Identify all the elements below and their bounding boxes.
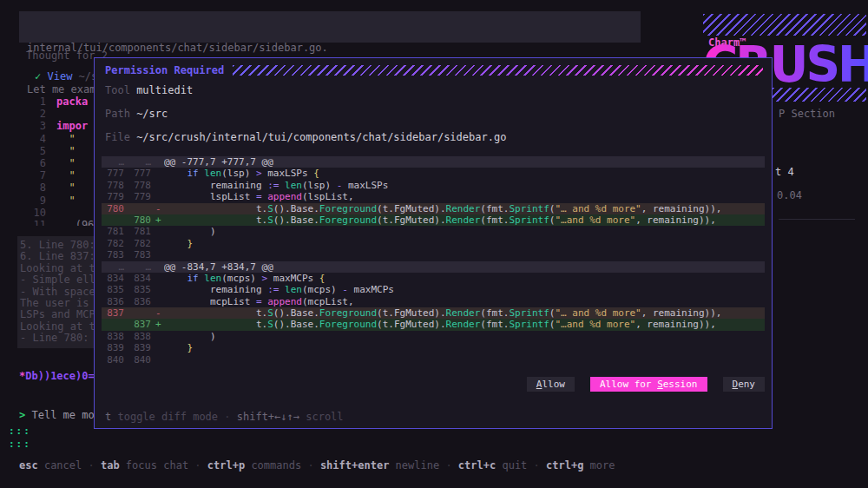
view-tool-label: View [47, 70, 72, 82]
code-line: 1packa [0, 96, 94, 108]
allow-for-session-button[interactable]: Allow for Session [590, 377, 707, 392]
hatch-pattern-top [703, 14, 866, 36]
status-bar: esc cancel · tab focus chat · ctrl+p com… [19, 459, 615, 472]
code-line: 2 [0, 108, 94, 120]
prompt-caret: > [19, 409, 25, 421]
note-line: The user is sp [20, 298, 94, 309]
code-line: 8 " [0, 181, 94, 194]
input-decoration-dots: ::: [9, 440, 31, 449]
note-line: Looking at the [20, 263, 94, 274]
note-line: Looking at the [20, 321, 94, 333]
diff-row: 780+ t.S().Base.Foreground(t.FgMuted).Re… [102, 214, 765, 226]
diff-row: 836836 mcpList = append(mcpList, [102, 296, 765, 307]
diff-row: ……@@ -834,7 +834,7 @@ [102, 261, 765, 273]
dialog-field-file: File ~/src/crush/internal/tui/components… [105, 131, 506, 143]
diff-row: 777777 if len(lsp) > maxLSPs { [102, 168, 765, 179]
code-line: 5 " [0, 145, 94, 157]
dialog-title: Permission Required [105, 64, 224, 76]
hatch-pattern-under-logo [773, 88, 866, 102]
dialog-field-path: Path ~/src [105, 108, 168, 120]
diff-row: 839839 } [102, 342, 765, 353]
note-line: - Line 780: `f [20, 333, 94, 344]
dialog-button-row: AllowAllow for SessionDeny [527, 377, 765, 392]
diff-viewer: ……@@ -777,7 +777,7 @@777777 if len(lsp) … [102, 156, 765, 366]
diff-row: 834834 if len(mcps) > maxMCPs { [102, 273, 765, 284]
code-line: 3impor [0, 120, 94, 132]
diff-row: ……@@ -777,7 +777,7 @@ [102, 156, 765, 168]
diff-row: 837+ t.S().Base.Foreground(t.FgMuted).Re… [102, 319, 765, 330]
note-line: 6. Line 837: ` [20, 251, 94, 262]
input-decoration-dots: ::: [9, 427, 31, 436]
hatch-pattern-header [233, 65, 763, 76]
diff-row: 838838 ) [102, 331, 765, 342]
file-preview-code: 1packa23impor4 "5 "6 "7 "8 "9 "1011 …(96 [0, 96, 94, 226]
note-line: - Simple ellip [20, 274, 94, 286]
permission-dialog: Permission Required Tool multiedit Path … [94, 57, 773, 429]
sidebar-cost-value: 0.04 [777, 189, 802, 201]
assistant-notes-panel: 5. Line 780: `6. Line 837: `Looking at t… [17, 236, 94, 348]
diff-row: 782782 } [102, 238, 765, 249]
dialog-header: Permission Required [105, 64, 763, 76]
assistant-message-box: internal/tui/components/chat/sidebar/sid… [19, 11, 641, 43]
sidebar-divider [779, 219, 855, 220]
diff-row: 779779 lspList = append(lspList, [102, 191, 765, 202]
dialog-field-tool: Tool multiedit [105, 84, 193, 96]
dialog-footer-hints: t toggle diff mode · shift+←↓↑→ scroll [105, 411, 344, 423]
diff-row: 840840 [102, 354, 765, 366]
note-line: 5. Line 780: ` [20, 240, 94, 251]
diff-row: 778778 remaining := len(lsp) - maxLSPs [102, 180, 765, 191]
code-line: 10 [0, 207, 94, 219]
diff-row: 835835 remaining := len(mcps) - maxMCPs [102, 284, 765, 295]
code-line: 11 …(96 [0, 219, 94, 226]
note-line: LSPs and MCPs [20, 309, 94, 320]
diff-row: 837- t.S().Base.Foreground(t.FgMuted).Re… [102, 307, 765, 319]
code-line: 6 " [0, 157, 94, 169]
code-line: 9 " [0, 195, 94, 207]
crush-tui-screen: internal/tui/components/chat/sidebar/sid… [0, 0, 868, 488]
diff-row: 781781 ) [102, 226, 765, 237]
diff-row: 783783 [102, 249, 765, 260]
allow-button[interactable]: Allow [527, 377, 575, 392]
deny-button[interactable]: Deny [723, 377, 766, 392]
sidebar-section-label: P Section [779, 108, 835, 120]
diff-row: 780- t.S().Base.Foreground(t.FgMuted).Re… [102, 203, 765, 214]
sidebar-context-value: t 4 [775, 166, 794, 178]
note-line: - With space a [20, 287, 94, 298]
message-line-1: internal/tui/components/chat/sidebar/sid… [27, 41, 633, 55]
code-line: 4 " [0, 133, 94, 145]
code-line: 7 " [0, 169, 94, 181]
check-icon: ✓ [35, 70, 41, 82]
